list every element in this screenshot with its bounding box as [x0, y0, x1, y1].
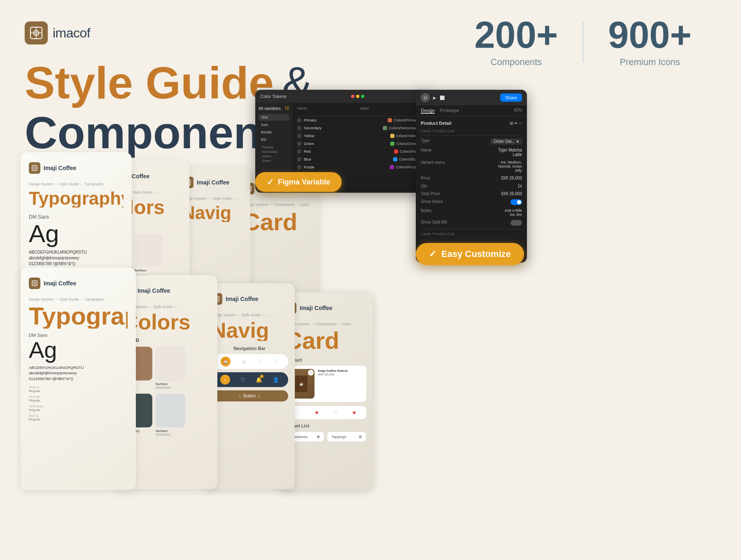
nav-home-active: 🏠 — [221, 357, 231, 366]
heart3: ♡ — [333, 409, 338, 416]
home-icon-btn2: ⌂ — [258, 394, 260, 398]
share-button[interactable]: Share — [500, 93, 522, 102]
check-icon-easy: ✓ — [429, 249, 436, 259]
logo-icon — [25, 21, 48, 44]
figma-row-purple: Purple Colors/Purple/Main — [296, 163, 429, 171]
card-title: Card — [243, 210, 314, 234]
nav-heart-white: ♡ — [240, 377, 245, 383]
frp-row-total: Total Price IDR 26,000 — [421, 191, 522, 196]
frp-tabs: Design Prototype 42% — [416, 105, 527, 117]
bottom-logo-text-card: Imaji Coffee — [300, 305, 332, 311]
alphabet-sample: ABCDEFGHIJKLMNOPQRSTUabcdefghijklmnopqrs… — [29, 250, 124, 267]
bottom-typo-breadcrumb: Design System → Style Guide → Typography — [29, 297, 128, 301]
nav-heart-icon: ♡ — [257, 359, 262, 365]
svg-point-5 — [34, 167, 36, 169]
figma-row-green: Green Colors/Green/Main — [296, 140, 429, 148]
bottom-nav-card: Imaji Coffee Design System → Style Guide… — [204, 283, 295, 489]
check-icon: ✓ — [267, 177, 274, 187]
nav-bar-light: 🏠 ⌂ ♡ ♡ — [211, 354, 288, 369]
bottom-card-logo-card: Imaji Coffee — [285, 302, 366, 314]
bottom-ag: Ag — [29, 338, 128, 362]
typo-title: Typography — [29, 189, 124, 208]
bottom-typo-sizes: Text-xsRegular Text-smRegular Text-baseR… — [29, 385, 128, 421]
notification-badge — [260, 375, 263, 378]
product-price: IDR 35,000 — [318, 373, 347, 376]
svg-point-13 — [34, 282, 36, 285]
nav-breadcrumb: Design System → Style Guide → ... — [182, 196, 245, 201]
frame-icon: ⬜ — [440, 96, 445, 100]
nav-user-icon: 👤 — [273, 377, 279, 383]
figma-panel-title: Color Tokens — [260, 94, 287, 99]
product-label: Product — [285, 357, 366, 362]
bottom-typo-card: Imaji Coffee Design System → Style Guide… — [21, 268, 136, 490]
max-dot — [361, 95, 364, 98]
blue-color-dot — [393, 157, 397, 161]
nav-bar-dark: ⌂ ♡ 🔔 👤 — [211, 372, 288, 387]
primary-color-dot — [388, 118, 392, 122]
logo-area: imacof — [25, 21, 90, 44]
heart4: ♥ — [352, 409, 356, 416]
bottom-logo-text-c: Imaji Coffee — [137, 287, 170, 294]
frp-row-shownotes: Show Notes — [421, 199, 522, 205]
toppings-box: Toppings ⊕ — [327, 432, 366, 442]
figma-variable-badge: ✓ Figma Variable — [255, 172, 342, 192]
sidebar-item-bg[interactable]: BG — [259, 136, 289, 143]
card-logo-icon — [29, 162, 40, 174]
bottom-logo-text-nav: Imaji Coffee — [226, 296, 258, 302]
figma-row-red: Red Colors/Red/Main — [296, 148, 429, 156]
bottom-card-logo-typo: Imaji Coffee — [29, 278, 128, 289]
figma-row-secondary: Secondary Colors/Secondary/Main — [296, 124, 429, 132]
sidebar-item-icon[interactable]: Icon — [259, 121, 289, 128]
figma-header: Color Tokens ··· ✕ — [255, 90, 432, 103]
frp-row-name: Name Tiger MatchaLatte — [421, 148, 522, 157]
red-color-dot — [394, 149, 398, 154]
bg-yellow-item: Yellow — [262, 154, 289, 158]
sidebar-item-text[interactable]: Text — [259, 114, 289, 121]
product-item: ☕ ♡ Imaji Coffee Katcol IDR 35,000 — [285, 366, 366, 402]
nav-home-dark: ⌂ — [220, 375, 230, 385]
stats-area: 200+ Components 900+ Premium Icons — [450, 16, 716, 68]
heart2: ♥ — [315, 409, 318, 416]
svg-rect-4 — [32, 166, 37, 170]
bottom-card-title: Card — [285, 329, 366, 352]
frp-row-splitbill: Show Split Bill — [421, 220, 522, 226]
row-icon — [297, 149, 301, 154]
yellow-color-dot — [390, 134, 394, 138]
green-color-dot — [390, 142, 394, 146]
tab-design[interactable]: Design — [421, 108, 435, 114]
ag-sample: Ag — [29, 222, 124, 246]
min-dot — [356, 95, 359, 98]
frp-footer: Cards / Product Cart — [421, 232, 522, 236]
tab-prototype[interactable]: Prototype — [440, 108, 459, 114]
bottom-nav-breadcrumb: Design System → Style Guide → ... — [211, 313, 288, 317]
icons-label: Premium Icons — [608, 57, 692, 68]
product-info: Imaji Coffee Katcol IDR 35,000 — [318, 369, 347, 376]
typo-breadcrumb: Design System → Style Guide → Typography — [29, 182, 124, 186]
figma-table-header: Name Value ＋ — [296, 106, 429, 117]
show-notes-toggle[interactable] — [510, 199, 522, 205]
swatch-surface1 — [134, 234, 163, 267]
variant-boxes: Sweetness ⊕ Toppings ⊕ — [285, 432, 366, 442]
frp-row-variant: Variant menu Ice, Medium,Normal, GrassJe… — [421, 160, 522, 173]
nav-home-icon: ⌂ — [242, 358, 245, 365]
figma-right-panel: U ▶ ⬜ Share Design Prototype 42% Product… — [416, 90, 527, 263]
nav-heart-icon2: ♡ — [273, 359, 278, 365]
toppings-icon: ⊕ — [359, 434, 362, 439]
figma-row-yellow: Yellow Colors/Yellow/Main — [296, 132, 429, 140]
row-icon — [297, 126, 301, 130]
card-logo-text: Imaji Coffee — [44, 165, 76, 171]
frp-row-price: Price IDR 26,000 — [421, 176, 522, 180]
product-name: Imaji Coffee Katcol — [318, 369, 347, 373]
row-icon — [297, 142, 301, 146]
split-bill-toggle[interactable] — [510, 220, 522, 226]
bottom-logo-text: Imaji Coffee — [44, 280, 76, 287]
frp-subsection: Cards / Product Cart — [421, 129, 522, 133]
sweetness-icon: ⊕ — [317, 434, 320, 439]
figma-sidebar-title: All variables 76 — [259, 106, 289, 111]
chevron-down-icon: ▾ — [517, 139, 519, 144]
figma-row-blue: Blue Colors/Blue/Main — [296, 156, 429, 163]
nav-button[interactable]: ⌂ Button ⌂ — [211, 390, 288, 401]
sidebar-item-border[interactable]: Border — [259, 129, 289, 135]
components-stat: 200+ Components — [450, 16, 583, 68]
bottom-card-logo-icon — [29, 278, 40, 289]
